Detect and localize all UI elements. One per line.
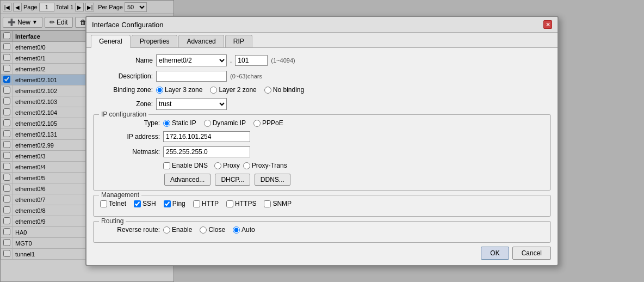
route-enable-radio[interactable] — [163, 226, 170, 234]
name-select[interactable]: ethernet0/2 — [156, 54, 227, 66]
route-close-radio[interactable] — [200, 226, 207, 234]
interface-config-modal: Interface Configuration ✕ General Proper… — [85, 16, 559, 266]
binding-zone-group: Layer 3 zone Layer 2 zone No binding — [156, 86, 304, 94]
ip-address-row: IP address: — [100, 131, 544, 142]
binding-layer2-option[interactable]: Layer 2 zone — [210, 86, 256, 94]
binding-layer3-radio[interactable] — [156, 87, 163, 94]
enable-dns-checkbox[interactable] — [163, 162, 170, 169]
route-auto-radio[interactable] — [233, 226, 240, 234]
management-section: Management Telnet SSH Ping — [93, 195, 551, 217]
name-hint: (1~4094) — [271, 57, 295, 64]
routing-legend: Routing — [99, 217, 126, 225]
name-suffix-input[interactable] — [235, 55, 268, 66]
ip-config-section: IP configuration Type: Static IP Dynamic… — [93, 114, 551, 191]
routing-row: Reverse route: Enable Close Auto — [100, 226, 544, 234]
binding-zone-label: Binding zone: — [93, 86, 153, 94]
modal-body: Name ethernet0/2 . (1~4094) Description:… — [86, 48, 558, 254]
routing-group: Enable Close Auto — [163, 226, 255, 234]
snmp-label[interactable]: SNMP — [264, 200, 292, 207]
type-group: Static IP Dynamic IP PPPoE — [163, 119, 283, 127]
ssh-label[interactable]: SSH — [134, 200, 156, 207]
ping-checkbox[interactable] — [164, 200, 171, 207]
management-legend: Management — [99, 191, 141, 199]
management-row: Telnet SSH Ping HTTP — [100, 200, 544, 207]
type-row: Type: Static IP Dynamic IP PPPoE — [100, 119, 544, 127]
tab-advanced[interactable]: Advanced — [178, 35, 224, 47]
ssh-checkbox[interactable] — [134, 200, 141, 207]
https-label[interactable]: HTTPS — [226, 200, 256, 207]
ping-label[interactable]: Ping — [164, 200, 185, 207]
advanced-button[interactable]: Advanced... — [164, 174, 210, 186]
netmask-row: Netmask: — [100, 146, 544, 157]
binding-layer2-radio[interactable] — [210, 87, 217, 94]
https-checkbox[interactable] — [226, 200, 233, 207]
tab-properties[interactable]: Properties — [132, 35, 178, 47]
modal-footer: OK Cancel — [481, 247, 551, 260]
reverse-route-label: Reverse route: — [100, 226, 160, 234]
netmask-input[interactable] — [163, 146, 250, 157]
route-auto-option[interactable]: Auto — [233, 226, 255, 234]
description-label: Description: — [93, 72, 153, 80]
dns-proxy-row: Enable DNS Proxy Proxy-Trans — [100, 162, 544, 169]
telnet-label[interactable]: Telnet — [100, 200, 126, 207]
modal-title-bar: Interface Configuration ✕ — [86, 17, 558, 33]
type-pppoe-option[interactable]: PPPoE — [253, 119, 283, 127]
close-button[interactable]: ✕ — [543, 20, 552, 29]
ok-button[interactable]: OK — [481, 247, 509, 260]
proxy-radio[interactable] — [214, 162, 221, 169]
type-label: Type: — [100, 119, 160, 127]
modal-title: Interface Configuration — [92, 21, 164, 29]
zone-row: Zone: trust untrust dmz — [93, 98, 551, 110]
ip-config-legend: IP configuration — [99, 111, 148, 118]
tab-general[interactable]: General — [91, 35, 131, 48]
type-pppoe-radio[interactable] — [253, 120, 261, 127]
action-buttons-row: Advanced... DHCP... DDNS... — [100, 174, 544, 186]
modal-overlay: Interface Configuration ✕ General Proper… — [0, 0, 644, 282]
description-input[interactable] — [156, 71, 227, 82]
proxy-trans-radio-label[interactable]: Proxy-Trans — [243, 162, 287, 169]
snmp-checkbox[interactable] — [264, 200, 271, 207]
ip-address-label: IP address: — [100, 133, 160, 140]
description-row: Description: (0~63)chars — [93, 71, 551, 82]
zone-label: Zone: — [93, 100, 153, 108]
cancel-button[interactable]: Cancel — [512, 247, 551, 260]
proxy-radio-label[interactable]: Proxy — [214, 162, 240, 169]
type-dynamicip-option[interactable]: Dynamic IP — [204, 119, 246, 127]
tab-rip[interactable]: RIP — [225, 35, 252, 47]
name-row: Name ethernet0/2 . (1~4094) — [93, 54, 551, 66]
desc-hint: (0~63)chars — [230, 73, 262, 79]
binding-nobinding-radio[interactable] — [264, 87, 271, 94]
dot-separator: . — [230, 57, 232, 64]
enable-dns-checkbox-label[interactable]: Enable DNS — [163, 162, 208, 169]
binding-zone-row: Binding zone: Layer 3 zone Layer 2 zone … — [93, 86, 551, 94]
http-label[interactable]: HTTP — [193, 200, 219, 207]
routing-section: Routing Reverse route: Enable Close — [93, 221, 551, 243]
route-enable-option[interactable]: Enable — [163, 226, 192, 234]
ip-address-input[interactable] — [163, 131, 250, 142]
route-close-option[interactable]: Close — [200, 226, 225, 234]
tab-bar: General Properties Advanced RIP — [86, 33, 558, 48]
telnet-checkbox[interactable] — [100, 200, 107, 207]
binding-layer3-option[interactable]: Layer 3 zone — [156, 86, 202, 94]
zone-select[interactable]: trust untrust dmz — [156, 98, 227, 110]
proxy-trans-radio[interactable] — [243, 162, 250, 169]
type-staticip-radio[interactable] — [163, 120, 170, 127]
type-staticip-option[interactable]: Static IP — [163, 119, 196, 127]
type-dynamicip-radio[interactable] — [204, 120, 211, 127]
binding-nobinding-option[interactable]: No binding — [264, 86, 304, 94]
name-label: Name — [93, 57, 153, 64]
http-checkbox[interactable] — [193, 200, 200, 207]
dhcp-button[interactable]: DHCP... — [215, 174, 250, 186]
ddns-button[interactable]: DDNS... — [255, 174, 290, 186]
netmask-label: Netmask: — [100, 148, 160, 156]
